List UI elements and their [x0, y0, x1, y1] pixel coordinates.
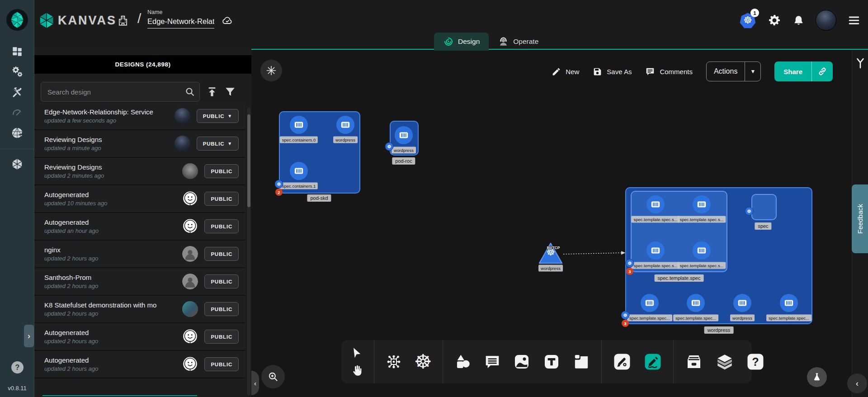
- help-tool[interactable]: ?: [746, 352, 765, 371]
- user-avatar[interactable]: [816, 10, 836, 31]
- design-visibility-badge[interactable]: PUBLIC: [204, 192, 239, 206]
- group-node-spec-template-spec[interactable]: [631, 191, 727, 272]
- design-list-item[interactable]: nginxupdated 2 hours agoPUBLIC: [34, 241, 245, 268]
- shapes-tool[interactable]: [454, 353, 472, 371]
- container-node[interactable]: [733, 294, 751, 312]
- container-node[interactable]: [395, 126, 413, 144]
- annotation-count-badge[interactable]: 3: [622, 320, 629, 327]
- container-node[interactable]: [641, 294, 659, 312]
- sidebar-item-performance[interactable]: [8, 106, 26, 119]
- feedback-tab[interactable]: Feedback: [852, 184, 868, 253]
- publish-design-icon[interactable]: [206, 86, 218, 98]
- brand-title: KANVAS: [58, 14, 117, 28]
- sidebar-item-extensions[interactable]: [8, 127, 26, 139]
- design-visibility-badge[interactable]: PUBLIC▼: [197, 137, 239, 151]
- tab-operate[interactable]: Operate: [489, 33, 547, 51]
- designs-scrollbar[interactable]: [247, 108, 250, 395]
- feedback-label: Feedback: [856, 204, 864, 234]
- pan-tool[interactable]: [350, 364, 363, 377]
- rail-expand-button[interactable]: ›: [24, 325, 34, 347]
- tab-design[interactable]: Design: [434, 33, 489, 51]
- designs-scrollbar-thumb[interactable]: [247, 114, 250, 207]
- container-icon: [650, 245, 661, 256]
- experimental-flask-button[interactable]: [807, 367, 827, 387]
- design-list-item[interactable]: K8 Statefulset demonstration with moupda…: [34, 296, 245, 323]
- design-list-item[interactable]: Edge-Network-Relationship: Serviceupdate…: [34, 103, 245, 130]
- design-list-item[interactable]: Autogeneratedupdated an hour agoPUBLIC: [34, 213, 245, 241]
- design-visibility-badge[interactable]: PUBLIC: [204, 274, 239, 288]
- container-node[interactable]: [646, 195, 665, 213]
- help-button[interactable]: ?: [11, 361, 24, 373]
- design-visibility-badge[interactable]: PUBLIC▼: [197, 109, 239, 123]
- annotation-count-badge[interactable]: 2: [275, 189, 283, 196]
- freehand-tool[interactable]: [643, 352, 662, 371]
- kubernetes-mini-badge[interactable]: ☸: [385, 142, 394, 151]
- text-tool[interactable]: [542, 353, 561, 371]
- container-icon: [736, 297, 748, 309]
- design-name-block: Name: [147, 9, 214, 28]
- kubernetes-mini-badge[interactable]: ☸: [621, 311, 630, 320]
- notifications-bell-icon[interactable]: [793, 14, 805, 27]
- container-node[interactable]: [687, 294, 705, 312]
- design-visibility-badge[interactable]: PUBLIC: [204, 247, 239, 261]
- container-node[interactable]: [693, 195, 711, 213]
- merge-branch-icon[interactable]: [854, 57, 867, 70]
- hamburger-menu-icon[interactable]: [847, 14, 861, 27]
- sidebar-item-lifecycle[interactable]: [8, 66, 26, 78]
- design-visibility-badge[interactable]: PUBLIC: [204, 357, 239, 371]
- kubernetes-mini-badge[interactable]: ☸: [745, 207, 754, 216]
- shapes-icon: [454, 353, 472, 371]
- layer5-logo[interactable]: [6, 9, 28, 31]
- sidebar-item-toolkit[interactable]: [8, 86, 26, 99]
- container-node[interactable]: [336, 116, 354, 134]
- drawer-tool[interactable]: [684, 352, 703, 371]
- design-list-item[interactable]: Autogeneratedupdated 2 hours agoPUBLIC: [34, 351, 245, 378]
- design-visibility-badge[interactable]: PUBLIC: [204, 219, 239, 233]
- container-node[interactable]: [290, 162, 308, 180]
- design-list-item[interactable]: Autogeneratedupdated 10 minutes agoPUBLI…: [34, 185, 245, 213]
- container-icon: [696, 245, 708, 256]
- container-node[interactable]: [646, 241, 665, 260]
- kubernetes-mini-badge[interactable]: ☸: [275, 180, 283, 189]
- layers-tool[interactable]: [715, 352, 734, 371]
- kubernetes-tool[interactable]: ☸: [414, 352, 432, 372]
- select-tool[interactable]: [350, 347, 363, 359]
- organization-icon[interactable]: [117, 14, 129, 27]
- design-visibility-badge[interactable]: PUBLIC: [204, 164, 239, 178]
- sidebar-item-kanvas[interactable]: [8, 158, 26, 170]
- design-list-item[interactable]: Santhosh-Promupdated 2 hours agoPUBLIC: [34, 268, 245, 296]
- design-visibility-badge[interactable]: PUBLIC: [204, 302, 239, 316]
- container-node[interactable]: [780, 294, 798, 312]
- sidebar-item-dashboard[interactable]: [8, 45, 26, 58]
- dock-group: ☸: [385, 352, 432, 372]
- filter-icon[interactable]: [224, 86, 236, 98]
- search-icon: [184, 86, 195, 97]
- bottom-right-collapse-button[interactable]: ‹: [847, 373, 867, 393]
- design-list-item[interactable]: Reviewing Designsupdated a minute agoPUB…: [34, 130, 245, 158]
- designs-panel: DESIGNS (24,898) Edge-Network-Relationsh…: [34, 49, 251, 397]
- kubernetes-context-button[interactable]: ☸ 1: [739, 12, 756, 29]
- note-tool[interactable]: [572, 353, 590, 371]
- design-list-item[interactable]: Reviewing Designsupdated 2 minutes agoPU…: [34, 158, 245, 185]
- design-canvas[interactable]: New Save As Comments Actions ▼ Share: [251, 50, 852, 397]
- design-visibility-badge[interactable]: PUBLIC: [204, 330, 239, 344]
- comment-tool[interactable]: [484, 353, 501, 370]
- visibility-caret-icon[interactable]: ▼: [227, 113, 232, 118]
- component-tool[interactable]: [385, 353, 402, 370]
- dock-group: [454, 353, 590, 371]
- annotation-count-badge[interactable]: 3: [626, 268, 633, 275]
- container-node[interactable]: [290, 116, 308, 134]
- visibility-caret-icon[interactable]: ▼: [227, 141, 232, 146]
- panel-collapse-button[interactable]: ‹: [251, 371, 259, 395]
- settings-gear-icon[interactable]: [767, 13, 782, 28]
- design-list-item[interactable]: Autogeneratedupdated 2 hours agoPUBLIC: [34, 323, 245, 351]
- image-tool[interactable]: [513, 353, 531, 371]
- pen-tool[interactable]: [613, 352, 632, 371]
- container-node[interactable]: [693, 241, 711, 260]
- design-search-input[interactable]: [41, 82, 200, 102]
- kubernetes-mini-badge[interactable]: ☸: [626, 259, 634, 268]
- design-name-input[interactable]: [147, 17, 214, 28]
- group-node-spec[interactable]: [751, 194, 777, 220]
- kanvas-hexagon-icon[interactable]: [38, 12, 55, 29]
- zoom-in-button[interactable]: [261, 365, 285, 388]
